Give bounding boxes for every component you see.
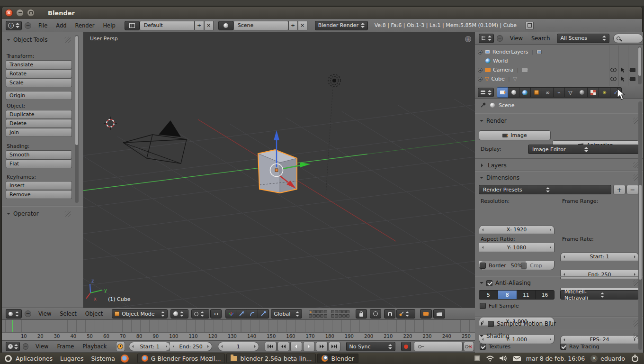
system-menu[interactable]: Sistema <box>91 355 115 362</box>
rotate-manipulator-button[interactable] <box>247 309 258 318</box>
previous-keyframe-button[interactable] <box>277 342 289 351</box>
decrement-icon[interactable] <box>173 345 174 348</box>
auto-keyframe-button[interactable] <box>401 342 411 351</box>
orientation-dropdown[interactable]: Global <box>271 309 302 318</box>
tab-material[interactable] <box>576 87 588 98</box>
tab-render[interactable] <box>497 87 508 98</box>
sync-dropdown[interactable]: No Sync <box>346 342 395 351</box>
remove-keyframe-button[interactable]: Remove <box>6 190 72 199</box>
scrollbar-thumb[interactable] <box>639 185 642 280</box>
proportional-edit-button[interactable] <box>370 309 381 318</box>
taskbar-window-folder[interactable]: blender-2.56a-beta-lin... <box>226 354 316 363</box>
editor-type-selector[interactable] <box>6 342 20 351</box>
close-button[interactable]: × <box>5 9 13 17</box>
resolution-y-field[interactable]: Y: 1080 <box>479 243 555 252</box>
delete-scene-button[interactable]: × <box>298 21 307 30</box>
collapse-menus-icon[interactable]: − <box>23 343 28 350</box>
volume-icon[interactable] <box>499 355 508 362</box>
textures-checkbox[interactable]: Textures <box>480 344 510 350</box>
shading-dropdown[interactable] <box>170 309 188 318</box>
lamp-object[interactable] <box>326 74 340 195</box>
collapse-menus-icon[interactable]: − <box>25 22 31 29</box>
motion-blur-checkbox[interactable] <box>488 321 494 327</box>
render-panel-header[interactable]: Render <box>480 118 507 124</box>
menu-search[interactable]: Search <box>531 35 550 42</box>
panel-grip-icon[interactable] <box>64 210 71 217</box>
snap-button[interactable] <box>384 309 395 318</box>
outliner-scrollbar[interactable] <box>638 46 642 84</box>
add-layout-button[interactable]: + <box>195 21 204 30</box>
ray-tracing-checkbox[interactable]: Ray Tracing <box>560 344 599 350</box>
resolution-x-field[interactable]: X: 1920 <box>479 225 555 234</box>
scene-field[interactable]: Scene <box>233 21 288 30</box>
camera-restrict-render-icon[interactable] <box>630 65 635 74</box>
scale-button[interactable]: Scale <box>6 78 72 87</box>
remove-keying-set-button[interactable]: × <box>464 342 474 351</box>
increment-icon[interactable] <box>550 228 551 231</box>
shading-panel-header[interactable]: Shading <box>480 333 510 339</box>
properties-scrollbar[interactable] <box>638 101 642 350</box>
render-opengl-button[interactable] <box>420 309 432 318</box>
motion-blur-panel-header[interactable]: Sampled Motion Blur <box>480 320 556 327</box>
editor-type-selector[interactable] <box>478 88 494 97</box>
tray-image-icon[interactable] <box>474 355 481 362</box>
pivot-dropdown[interactable] <box>191 309 209 318</box>
wifi-icon[interactable] <box>486 355 494 362</box>
flat-button[interactable]: Flat <box>6 159 72 168</box>
jump-to-start-button[interactable] <box>265 342 277 351</box>
ubuntu-logo-icon[interactable] <box>5 355 12 362</box>
maximize-button[interactable] <box>27 9 35 17</box>
minimize-button[interactable] <box>16 9 24 17</box>
layers-widget-group1[interactable] <box>309 310 329 318</box>
aa-samples-16[interactable]: 16 <box>536 291 554 299</box>
mail-icon[interactable] <box>512 355 521 362</box>
panel-grip-icon[interactable] <box>64 36 71 43</box>
aa-samples-11[interactable]: 11 <box>517 291 536 299</box>
keying-set-field[interactable] <box>414 342 463 351</box>
manipulator-toggle-button[interactable] <box>225 309 236 318</box>
object-tools-panel-header[interactable]: Object Tools <box>7 36 47 43</box>
full-sample-checkbox[interactable]: Full Sample <box>480 303 519 309</box>
menu-view[interactable]: View <box>38 310 51 317</box>
cube-restrict-render-icon[interactable] <box>630 74 635 83</box>
mode-dropdown[interactable]: Object Mode <box>112 309 168 318</box>
toolshelf-scrollbar[interactable] <box>75 35 79 203</box>
camera-restrict-select-icon[interactable] <box>620 65 625 74</box>
firefox-launcher-icon[interactable] <box>121 355 129 363</box>
smooth-button[interactable]: Smooth <box>6 150 72 159</box>
lock-to-scene-button[interactable] <box>356 309 367 318</box>
fps-field[interactable]: FPS: 24 <box>560 335 639 344</box>
pin-icon[interactable] <box>480 102 486 109</box>
editor-type-selector[interactable] <box>6 309 22 318</box>
scrollbar-thumb[interactable] <box>638 47 641 76</box>
decrement-icon[interactable] <box>132 345 134 348</box>
y-arrow[interactable] <box>300 163 311 167</box>
anti-aliasing-panel-header[interactable]: Anti-Aliasing <box>480 280 531 286</box>
snap-element-dropdown[interactable] <box>396 309 415 318</box>
increment-icon[interactable] <box>166 345 167 348</box>
camera-object[interactable] <box>123 120 187 164</box>
translate-button[interactable]: Translate <box>6 60 72 69</box>
render-image-button[interactable]: Image <box>479 130 551 140</box>
aa-samples-5[interactable]: 5 <box>479 291 498 299</box>
tab-texture[interactable] <box>588 87 599 98</box>
crop-checkbox[interactable]: Crop <box>521 263 542 269</box>
layers-widget-group2[interactable] <box>331 310 351 318</box>
play-reverse-button[interactable] <box>290 342 302 351</box>
expand-icon[interactable]: + <box>478 50 483 55</box>
frame-end-field[interactable]: End: 250 <box>560 270 639 279</box>
tab-data[interactable]: ▽ <box>565 87 576 98</box>
outliner-item-renderlayers[interactable]: + RenderLayers | <box>478 47 542 56</box>
menu-playback[interactable]: Playback <box>82 343 107 350</box>
timeline-track[interactable] <box>2 320 475 332</box>
operator-panel-header[interactable]: Operator <box>7 210 39 217</box>
decrement-icon[interactable] <box>482 228 483 231</box>
editor-type-selector[interactable] <box>479 34 494 43</box>
screen-layout-field[interactable]: Default <box>140 21 195 30</box>
menu-select[interactable]: Select <box>60 310 76 317</box>
preview-range-button[interactable] <box>116 342 125 351</box>
expand-icon[interactable]: + <box>478 77 483 82</box>
delete-button[interactable]: Delete <box>6 119 72 128</box>
titlebar[interactable]: × Blender <box>2 7 642 19</box>
insert-keyframe-button[interactable]: Insert <box>6 181 72 190</box>
